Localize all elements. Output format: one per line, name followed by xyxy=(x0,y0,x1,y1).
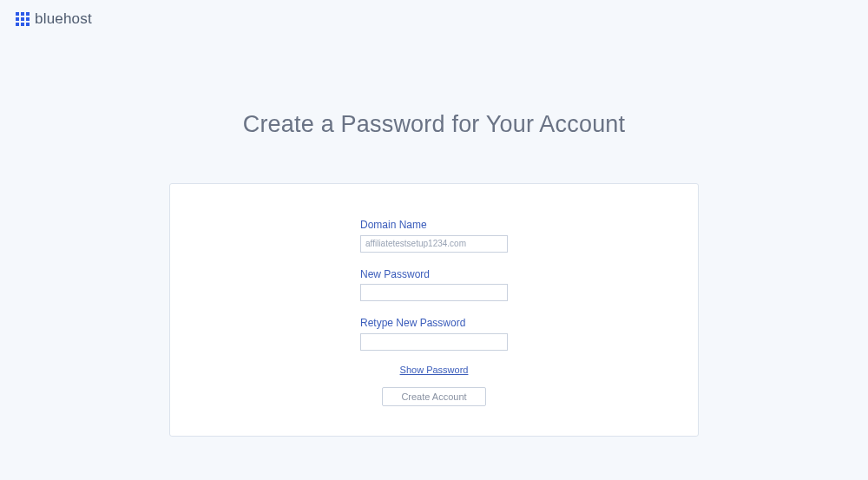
password-form: Domain Name New Password Retype New Pass… xyxy=(360,219,508,406)
retype-password-group: Retype New Password xyxy=(360,317,508,351)
create-account-button[interactable]: Create Account xyxy=(382,387,486,406)
brand-name: bluehost xyxy=(35,10,92,28)
submit-row: Create Account xyxy=(360,387,508,406)
show-password-row: Show Password xyxy=(360,361,508,377)
page-title: Create a Password for Your Account xyxy=(0,0,868,138)
password-card: Domain Name New Password Retype New Pass… xyxy=(169,183,699,437)
grid-icon xyxy=(16,12,30,26)
retype-password-input[interactable] xyxy=(360,333,508,351)
new-password-label: New Password xyxy=(360,268,508,280)
new-password-group: New Password xyxy=(360,268,508,302)
retype-password-label: Retype New Password xyxy=(360,317,508,329)
domain-group: Domain Name xyxy=(360,219,508,253)
show-password-link[interactable]: Show Password xyxy=(400,365,469,375)
domain-label: Domain Name xyxy=(360,219,508,231)
domain-input[interactable] xyxy=(360,235,508,253)
brand-logo[interactable]: bluehost xyxy=(16,10,92,28)
new-password-input[interactable] xyxy=(360,284,508,301)
